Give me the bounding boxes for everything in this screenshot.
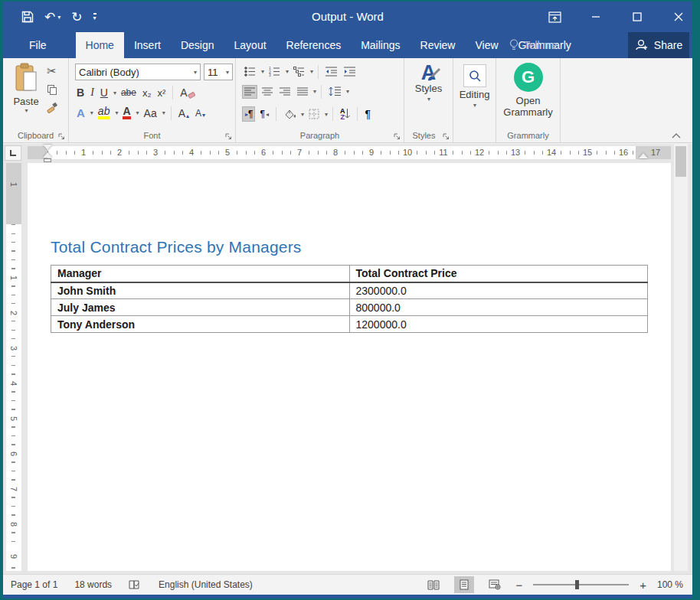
justify-caret[interactable]: ▾ — [313, 88, 316, 95]
paste-dropdown-caret[interactable]: ▾ — [10, 107, 43, 114]
language-indicator[interactable]: English (United States) — [159, 579, 253, 590]
highlight-caret[interactable]: ▾ — [115, 109, 118, 116]
font-name-combobox[interactable]: Calibri (Body) ▾ — [75, 64, 201, 80]
maximize-button[interactable] — [630, 9, 645, 24]
styles-dialog-launcher[interactable] — [443, 133, 450, 140]
grow-font-button[interactable]: A▴ — [177, 106, 191, 120]
cut-button[interactable]: ✂ — [47, 64, 57, 78]
ruler-number: 9 — [368, 148, 375, 158]
sort-button[interactable]: AZ — [338, 106, 353, 122]
align-left-button[interactable] — [242, 85, 257, 99]
first-line-indent-marker[interactable] — [43, 145, 52, 150]
bullets-button[interactable] — [242, 64, 258, 79]
tab-layout[interactable]: Layout — [224, 32, 276, 58]
styles-button[interactable]: A Styles ▾ — [404, 58, 453, 103]
vertical-scrollbar[interactable] — [674, 144, 688, 571]
borders-button[interactable] — [306, 106, 322, 122]
vertical-ruler[interactable]: 1 1 2 3 4 5 6 7 8 9 — [6, 163, 21, 571]
zoom-in-button[interactable]: + — [639, 579, 646, 592]
format-painter-button[interactable] — [46, 102, 57, 113]
font-size-combobox[interactable]: 11 ▾ — [204, 64, 233, 80]
horizontal-ruler[interactable]: 1 2 3 4 5 6 7 8 9 10 11 12 13 14 15 16 1… — [28, 146, 671, 159]
underline-caret[interactable]: ▾ — [113, 90, 116, 96]
bold-button[interactable]: B — [75, 86, 86, 99]
line-spacing-caret[interactable]: ▾ — [346, 88, 349, 95]
zoom-level[interactable]: 100 % — [657, 579, 683, 590]
print-layout-button[interactable] — [454, 576, 474, 593]
highlight-button[interactable]: ab — [96, 106, 112, 120]
editing-button[interactable]: Editing ▾ — [453, 58, 496, 109]
zoom-slider-thumb[interactable] — [575, 580, 579, 589]
borders-caret[interactable]: ▾ — [325, 111, 328, 118]
open-grammarly-button[interactable]: G Open Grammarly — [496, 58, 560, 118]
tab-home[interactable]: Home — [76, 32, 124, 58]
subscript-button[interactable]: x₂ — [141, 86, 153, 99]
clear-formatting-button[interactable]: A — [178, 86, 196, 99]
share-button[interactable]: Share — [628, 32, 689, 58]
tell-me-box[interactable]: Tell me — [509, 32, 558, 58]
styles-caret[interactable]: ▾ — [405, 96, 453, 103]
shrink-font-button[interactable]: A▾ — [194, 107, 207, 119]
tab-design[interactable]: Design — [171, 32, 224, 58]
superscript-button[interactable]: x² — [156, 86, 168, 99]
hanging-indent-marker[interactable] — [43, 152, 52, 158]
paste-button[interactable]: Paste ▾ — [9, 63, 43, 127]
numbering-button[interactable]: 123 — [267, 64, 283, 79]
strikethrough-button[interactable]: abe — [119, 86, 138, 99]
change-case-caret[interactable]: ▾ — [162, 109, 165, 116]
align-right-button[interactable] — [277, 85, 293, 99]
line-spacing-button[interactable] — [326, 84, 343, 99]
italic-button[interactable]: I — [89, 86, 96, 99]
tab-view[interactable]: View — [465, 32, 508, 58]
font-color-caret[interactable]: ▾ — [136, 109, 139, 116]
underline-button[interactable]: U — [99, 86, 110, 99]
paragraph-dialog-launcher[interactable] — [394, 133, 401, 140]
collapse-ribbon-button[interactable] — [671, 132, 682, 139]
numbering-caret[interactable]: ▾ — [286, 68, 289, 75]
multilevel-list-button[interactable] — [291, 64, 307, 79]
text-effects-button[interactable]: A — [75, 106, 87, 120]
table-cell: July James — [51, 299, 350, 316]
ribbon-display-options-button[interactable] — [547, 9, 562, 24]
web-layout-button[interactable] — [485, 576, 505, 593]
document-table: Manager Total Contract Price John Smith … — [51, 265, 648, 333]
zoom-slider[interactable] — [533, 584, 629, 585]
font-dialog-launcher[interactable] — [225, 133, 232, 140]
text-effects-caret[interactable]: ▾ — [90, 109, 93, 116]
titlebar[interactable]: ↶▾ ↻ ▾ Output - Word — [3, 2, 692, 32]
clipboard-dialog-launcher[interactable] — [58, 133, 65, 140]
shading-caret[interactable]: ▾ — [301, 111, 304, 118]
page-count[interactable]: Page 1 of 1 — [11, 579, 57, 590]
read-mode-button[interactable] — [424, 576, 443, 593]
tab-references[interactable]: References — [276, 32, 352, 58]
bullets-caret[interactable]: ▾ — [261, 68, 264, 75]
scrollbar-thumb[interactable] — [675, 146, 686, 177]
tab-mailings[interactable]: Mailings — [351, 32, 410, 58]
show-hide-pilcrow-button[interactable]: ¶ — [362, 106, 373, 122]
increase-indent-button[interactable] — [342, 64, 358, 79]
editing-caret[interactable]: ▾ — [454, 102, 496, 109]
zoom-out-button[interactable]: − — [515, 579, 522, 592]
close-button[interactable] — [671, 9, 686, 24]
change-case-button[interactable]: Aa — [142, 106, 159, 120]
document-page[interactable]: Total Contract Prices by Managers Manage… — [28, 163, 671, 571]
proofing-icon[interactable] — [129, 579, 142, 590]
decrease-indent-button[interactable] — [323, 64, 339, 79]
tab-insert[interactable]: Insert — [124, 32, 171, 58]
copy-button[interactable] — [47, 85, 57, 95]
font-size-caret: ▾ — [226, 69, 229, 76]
shading-button[interactable] — [281, 106, 298, 122]
tab-file[interactable]: File — [17, 32, 59, 58]
align-center-button[interactable] — [260, 85, 275, 99]
tab-review[interactable]: Review — [411, 32, 466, 58]
font-color-button[interactable]: A — [121, 106, 132, 120]
justify-button[interactable] — [295, 85, 310, 99]
rtl-direction-button[interactable]: ¶◂ — [257, 106, 270, 122]
word-count[interactable]: 18 words — [74, 579, 112, 590]
left-indent-marker[interactable] — [44, 158, 51, 162]
multilevel-caret[interactable]: ▾ — [310, 68, 313, 75]
minimize-button[interactable] — [588, 9, 604, 24]
ltr-direction-button[interactable]: ▸¶ — [242, 106, 255, 122]
tab-stop-selector[interactable] — [5, 145, 21, 161]
right-indent-marker[interactable] — [639, 153, 648, 158]
